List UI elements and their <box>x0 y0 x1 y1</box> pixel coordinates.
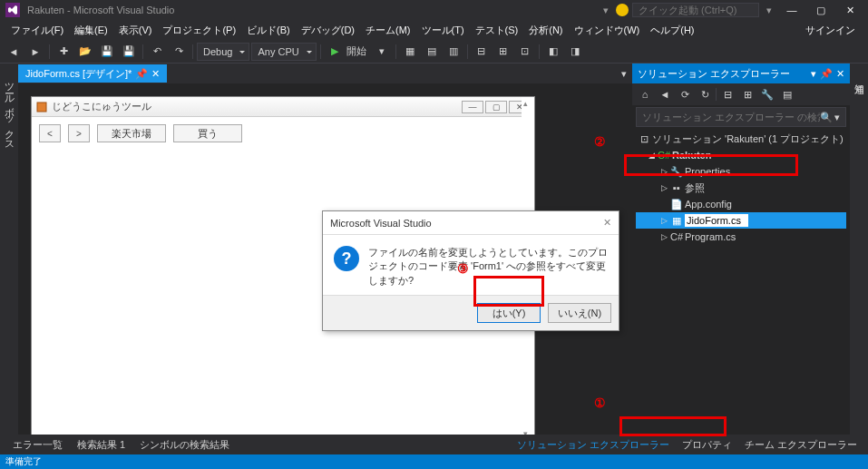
tree-label: Rakuten <box>672 150 711 161</box>
pin-icon[interactable]: 📌 <box>135 68 148 80</box>
expand-icon[interactable]: ◢ <box>649 151 658 160</box>
svg-rect-0 <box>37 103 46 112</box>
properties-btn[interactable]: 🔧 <box>758 85 776 103</box>
notification-dropdown[interactable]: ▾ <box>600 5 612 16</box>
scroll-up-icon[interactable]: ▴ <box>523 99 528 108</box>
misc-btn-2[interactable]: ◨ <box>565 42 585 62</box>
menu-file[interactable]: ファイル(F) <box>5 22 69 39</box>
align-btn-2[interactable]: ⊞ <box>493 42 513 62</box>
tree-appconfig[interactable]: 📄 App.config <box>636 196 846 212</box>
notifications-tab[interactable]: 通知 <box>851 71 868 435</box>
team-explorer-tab[interactable]: チーム エクスプローラー <box>739 436 863 454</box>
form-max-button[interactable]: ▢ <box>485 101 507 113</box>
designer-canvas[interactable]: じどうこにゅうツール — ▢ ✕ < > 楽天市場 買う ▴ ▾ <box>18 83 632 435</box>
solution-explorer-tab[interactable]: ソリューション エクスプローラー <box>512 436 675 454</box>
undo-button[interactable]: ↶ <box>147 42 167 62</box>
tree-solution-root[interactable]: ⊡ ソリューション 'Rakuten' (1 プロジェクト) <box>636 131 846 147</box>
doctabs-dropdown[interactable]: ▾ <box>616 68 632 80</box>
signin-link[interactable]: サインイン <box>798 22 863 39</box>
symbol-results-tab[interactable]: シンボルの検索結果 <box>132 436 237 454</box>
close-tab-icon[interactable]: ✕ <box>151 68 160 80</box>
refresh-btn[interactable]: ↻ <box>696 85 714 103</box>
search-icon[interactable]: 🔍 <box>820 112 833 123</box>
start-dropdown[interactable]: ▾ <box>372 42 392 62</box>
feedback-icon[interactable] <box>616 4 629 16</box>
status-text: 準備完了 <box>5 455 42 468</box>
start-button[interactable]: ▶ <box>325 42 345 62</box>
nav-fwd-form-button[interactable]: > <box>68 124 90 142</box>
home-button[interactable]: ⌂ <box>636 85 654 103</box>
collapse-btn[interactable]: ⊟ <box>718 85 736 103</box>
align-btn-3[interactable]: ⊡ <box>515 42 535 62</box>
menu-window[interactable]: ウィンドウ(W) <box>569 22 646 39</box>
layout-btn-2[interactable]: ▤ <box>422 42 442 62</box>
toolbox-tab[interactable]: ツールボックス <box>1 71 18 435</box>
align-btn-1[interactable]: ⊟ <box>472 42 492 62</box>
nav-fwd-button[interactable]: ► <box>25 42 45 62</box>
save-all-button[interactable]: 💾 <box>119 42 139 62</box>
panel-search-input[interactable] <box>642 112 820 122</box>
tree-label: ソリューション 'Rakuten' (1 プロジェクト) <box>652 132 844 146</box>
open-button[interactable]: 📂 <box>75 42 95 62</box>
close-button[interactable]: ✕ <box>837 2 863 18</box>
rename-input[interactable] <box>685 214 748 227</box>
layout-btn-3[interactable]: ▥ <box>444 42 463 62</box>
preview-btn[interactable]: ▤ <box>778 85 796 103</box>
menu-team[interactable]: チーム(M) <box>360 22 416 39</box>
properties-tab[interactable]: プロパティ <box>677 436 737 454</box>
quick-launch-input[interactable] <box>632 3 759 17</box>
redo-button[interactable]: ↷ <box>169 42 189 62</box>
rakuten-market-button[interactable]: 楽天市場 <box>97 124 166 142</box>
tree-references[interactable]: ▷ ▪▪ 参照 <box>636 180 846 196</box>
misc-btn-1[interactable]: ◧ <box>543 42 563 62</box>
document-tab[interactable]: JidoForm.cs [デザイン]* 📌 ✕ <box>18 64 167 83</box>
datasource-tab[interactable]: データソース <box>0 71 1 435</box>
error-list-tab[interactable]: エラー一覧 <box>5 436 70 454</box>
menu-build[interactable]: ビルド(B) <box>241 22 296 39</box>
find-results-tab[interactable]: 検索結果 1 <box>70 436 132 454</box>
dialog-no-button[interactable]: いいえ(N) <box>548 303 611 323</box>
nav-back-form-button[interactable]: < <box>39 124 61 142</box>
dialog-close-icon[interactable]: ✕ <box>603 217 611 229</box>
menu-debug[interactable]: デバッグ(D) <box>296 22 360 39</box>
new-project-button[interactable]: ✚ <box>54 42 73 62</box>
layout-btn-1[interactable]: ▦ <box>400 42 420 62</box>
menu-analyze[interactable]: 分析(N) <box>523 22 568 39</box>
tree-program-cs[interactable]: ▷ C# Program.cs <box>636 229 846 245</box>
buy-button[interactable]: 買う <box>173 124 242 142</box>
panel-search[interactable]: 🔍 ▾ <box>636 107 846 127</box>
panel-dropdown-icon[interactable]: ▾ <box>811 68 816 80</box>
panel-close-icon[interactable]: ✕ <box>836 68 844 80</box>
menu-edit[interactable]: 編集(E) <box>69 22 113 39</box>
menu-help[interactable]: ヘルプ(H) <box>645 22 699 39</box>
menu-test[interactable]: テスト(S) <box>470 22 524 39</box>
form-min-button[interactable]: — <box>462 101 483 113</box>
save-button[interactable]: 💾 <box>97 42 117 62</box>
tree-form-cs[interactable]: ▷ ▦ <box>636 212 846 229</box>
dialog-message: ファイルの名前を変更しようとしています。このプロジェクトのコード要素 'Form… <box>368 246 608 288</box>
platform-combo[interactable]: Any CPU <box>251 43 316 61</box>
menu-tools[interactable]: ツール(T) <box>416 22 470 39</box>
menu-project[interactable]: プロジェクト(P) <box>157 22 241 39</box>
expand-icon[interactable]: ▷ <box>661 232 670 241</box>
form-icon <box>35 101 48 113</box>
tree-label: App.config <box>685 199 732 210</box>
showall-btn[interactable]: ⊞ <box>738 85 756 103</box>
maximize-button[interactable]: ▢ <box>808 2 834 18</box>
nav-back-button[interactable]: ◄ <box>4 42 24 62</box>
quick-launch-dropdown[interactable]: ▾ <box>763 5 775 16</box>
panel-pin-icon[interactable]: 📌 <box>820 68 833 80</box>
start-label[interactable]: 開始 <box>346 44 370 58</box>
expand-icon[interactable]: ▷ <box>661 183 670 192</box>
expand-icon[interactable]: ▷ <box>661 167 670 176</box>
dialog-yes-button[interactable]: はい(Y) <box>477 303 541 323</box>
minimize-button[interactable]: — <box>779 2 805 18</box>
search-dd-icon[interactable]: ▾ <box>834 112 840 123</box>
menu-view[interactable]: 表示(V) <box>113 22 158 39</box>
tree-properties[interactable]: ▷ 🔧 Properties <box>636 163 846 180</box>
expand-icon[interactable]: ▷ <box>661 216 670 225</box>
back-btn[interactable]: ◄ <box>656 85 674 103</box>
sync-btn[interactable]: ⟳ <box>676 85 694 103</box>
config-combo[interactable]: Debug <box>197 43 249 61</box>
tree-project[interactable]: ◢ C# Rakuten <box>636 147 846 163</box>
